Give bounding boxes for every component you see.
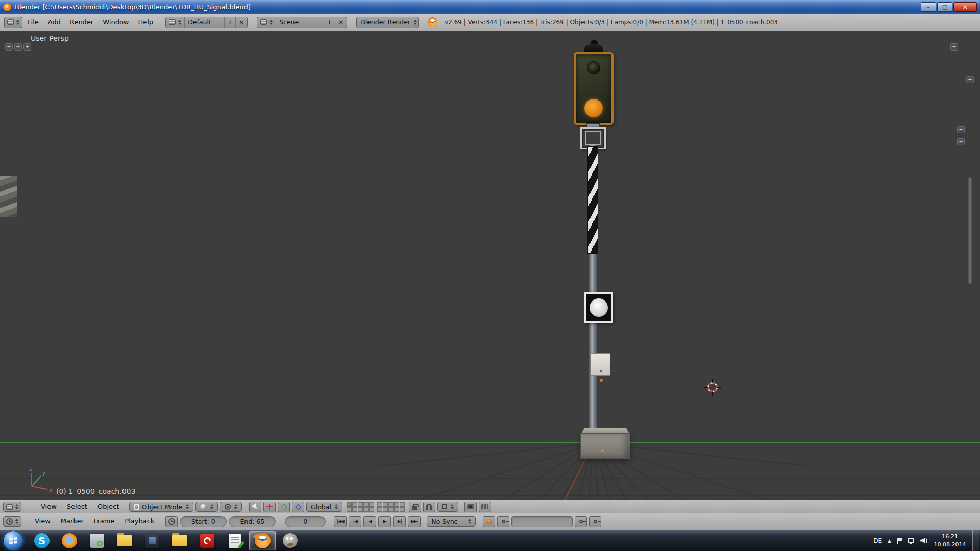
next-keyframe-button[interactable]: ▶| (393, 516, 406, 527)
view-menu[interactable]: View (37, 500, 61, 513)
add-menu[interactable]: Add (44, 16, 65, 29)
marker-menu[interactable]: Marker (57, 515, 88, 528)
screen-layout-selector[interactable]: Default + × (165, 17, 248, 28)
jump-to-end-button[interactable]: ▶▶| (408, 516, 421, 527)
start-button[interactable] (3, 531, 23, 551)
layer-cell-active[interactable] (347, 502, 352, 507)
timeline-editor-type-button[interactable] (3, 516, 21, 527)
translate-manipulator-button[interactable] (263, 502, 276, 512)
render-menu[interactable]: Render (66, 16, 97, 29)
snap-element-dropdown[interactable] (437, 502, 458, 512)
file-menu[interactable]: File (23, 16, 43, 29)
frame-end-field[interactable]: End: 65 (229, 516, 276, 527)
play-button[interactable]: ▶ (378, 516, 391, 527)
layout-name[interactable]: Default (185, 17, 225, 28)
network-icon[interactable] (908, 538, 914, 543)
volume-icon[interactable] (920, 538, 927, 543)
frame-menu[interactable]: Frame (90, 515, 119, 528)
tray-clock[interactable]: 16:21 10.08.2014 (933, 533, 967, 549)
viewport-editor-type-button[interactable] (3, 502, 21, 512)
taskbar-item-firefox[interactable] (56, 531, 83, 550)
delete-layout-button[interactable]: × (236, 17, 247, 28)
scale-manipulator-button[interactable] (292, 502, 304, 512)
render-engine-dropdown[interactable]: Blender Render (356, 17, 419, 28)
preview-range-button[interactable] (165, 516, 178, 527)
opengl-render-button[interactable] (464, 502, 477, 512)
layer-group[interactable] (377, 502, 405, 512)
timeline-view-menu[interactable]: View (31, 515, 55, 528)
taskbar-item-text-editor[interactable] (222, 531, 248, 550)
signal-pole-stripes[interactable] (587, 146, 598, 254)
minimize-button[interactable]: – (921, 2, 936, 12)
layer-group[interactable] (347, 502, 374, 512)
frame-start-field[interactable]: Start: 0 (180, 516, 227, 527)
record-button[interactable] (483, 516, 495, 527)
signal-relay-box[interactable] (591, 353, 610, 376)
delete-scene-button[interactable]: × (335, 17, 347, 28)
rotate-manipulator-button[interactable] (278, 502, 290, 512)
shading-dropdown[interactable] (195, 502, 218, 512)
close-button[interactable]: × (953, 2, 977, 12)
region-widget-icon[interactable]: + (966, 76, 974, 83)
delete-keyframe-button[interactable] (589, 516, 601, 527)
window-titlebar[interactable]: Blender [C:\Users\Schmiddi\Desktop\3D\Bl… (0, 0, 980, 14)
properties-expand-icon[interactable]: + (950, 43, 958, 51)
lock-to-scene-button[interactable] (409, 502, 421, 512)
insert-keyframe-button[interactable] (575, 516, 587, 527)
region-widget-icon[interactable]: + (957, 126, 965, 133)
taskbar-item-explorer[interactable] (111, 531, 138, 550)
mini-axis-gizmo[interactable]: x y z (20, 466, 56, 496)
current-frame-field[interactable]: 0 (285, 516, 326, 527)
help-menu[interactable]: Help (134, 16, 157, 29)
tray-expand-icon[interactable]: ▲ (888, 538, 891, 543)
prev-keyframe-button[interactable]: |◀ (349, 516, 361, 527)
browse-scene-button[interactable] (257, 17, 276, 28)
region-widget-icon[interactable]: + (14, 43, 22, 51)
mode-dropdown[interactable]: Object Mode (129, 502, 193, 512)
action-center-icon[interactable] (897, 538, 902, 544)
taskbar-item-utility[interactable] (84, 531, 110, 550)
signal-orange-lamp[interactable] (584, 99, 603, 117)
show-desktop-button[interactable] (972, 530, 979, 551)
jump-to-start-button[interactable]: |◀◀ (334, 516, 347, 527)
opengl-render-anim-button[interactable] (479, 502, 491, 512)
taskbar-item-skype[interactable]: S (29, 531, 55, 550)
taskbar-item-blender-active[interactable] (249, 531, 276, 550)
editor-type-button[interactable] (4, 17, 22, 28)
object-menu[interactable]: Object (93, 500, 123, 513)
taskbar-item-gimp[interactable] (277, 531, 303, 550)
signal-head[interactable] (574, 52, 614, 125)
region-widget-icon[interactable]: + (5, 43, 13, 51)
region-widget-icon[interactable]: + (957, 138, 965, 145)
taskbar-item-media-tool[interactable] (139, 531, 165, 550)
taskbar-item-adobe-reader[interactable] (194, 531, 220, 550)
browse-layout-button[interactable] (166, 17, 185, 28)
layers-widget[interactable] (347, 502, 405, 512)
add-layout-button[interactable]: + (225, 17, 236, 28)
scene-name[interactable]: Scene (276, 17, 324, 28)
add-scene-button[interactable]: + (324, 17, 335, 28)
region-scrollbar[interactable] (968, 177, 972, 284)
manipulator-toggle-button[interactable] (249, 502, 261, 512)
keying-set-field[interactable] (511, 516, 573, 527)
toolshelf-expand-icon[interactable]: + (23, 43, 31, 51)
window-menu[interactable]: Window (99, 16, 133, 29)
play-reverse-button[interactable]: ◀ (363, 516, 376, 527)
scene-selector[interactable]: Scene + × (257, 17, 347, 28)
language-indicator[interactable]: DE (873, 537, 882, 544)
signal-base-top[interactable] (581, 428, 629, 433)
signal-round-sign[interactable] (584, 292, 613, 323)
signal-base[interactable] (580, 433, 630, 459)
pivot-dropdown[interactable] (220, 502, 242, 512)
3d-cursor[interactable] (705, 380, 720, 395)
signal-upper-lamp[interactable] (587, 61, 600, 74)
signal-bracket-inner[interactable] (585, 131, 601, 145)
taskbar-item-folder[interactable] (166, 531, 193, 550)
orientation-dropdown[interactable]: Global (306, 502, 342, 512)
select-menu[interactable]: Select (63, 500, 91, 513)
keying-set-button[interactable] (497, 516, 509, 527)
3d-viewport[interactable]: User Persp (0) 1_0500_coach.003 + + + + … (0, 31, 980, 500)
maximize-button[interactable]: □ (937, 2, 952, 12)
sync-dropdown[interactable]: No Sync (427, 516, 476, 527)
playback-menu[interactable]: Playback (120, 515, 158, 528)
